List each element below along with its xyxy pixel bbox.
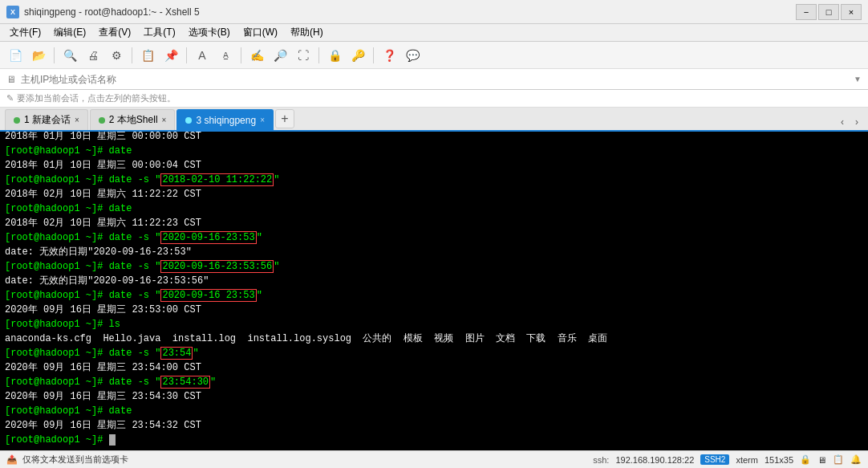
toolbar-sep-5	[318, 47, 319, 63]
status-icon-send: 📤	[6, 454, 18, 465]
terminal-line: date: 无效的日期"2020-09-16-23:53"	[5, 245, 863, 259]
menu-window[interactable]: 窗口(W)	[237, 24, 284, 41]
hint-icon: ✎	[6, 93, 14, 104]
terminal-line: [root@hadoop1 ~]# date -s "2020-09-16 23…	[5, 288, 863, 303]
terminal-line: 2018年 02月 10日 星期六 11:22:23 CST	[5, 216, 863, 230]
menu-tools[interactable]: 工具(T)	[137, 24, 181, 41]
tab-1-label: 1 新建会话	[24, 113, 71, 127]
tab-1[interactable]: 1 新建会话 ×	[5, 109, 88, 130]
terminal-line: 2018年 01月 10日 星期三 00:00:00 CST	[5, 132, 863, 144]
menu-help[interactable]: 帮助(H)	[284, 24, 330, 41]
status-ssh2-badge: SSH2	[700, 454, 729, 465]
menu-edit[interactable]: 编辑(E)	[47, 24, 92, 41]
terminal-line: date: 无效的日期"2020-09-16-23:53:56"	[5, 274, 863, 288]
tab-2[interactable]: 2 本地Shell ×	[90, 109, 176, 130]
terminal-line: [root@hadoop1 ~]# date -s "23:54:30"	[5, 375, 863, 389]
terminal-line: [root@hadoop1 ~]# ls	[5, 317, 863, 332]
status-ip: ssh:	[593, 455, 609, 465]
settings-btn[interactable]: ⚙	[106, 45, 127, 66]
terminal[interactable]: 2018年 01月 10日 星期三 00:00:00 CST[shiqingpe…	[0, 132, 868, 450]
zoom-btn[interactable]: 🔎	[270, 45, 290, 66]
terminal-line: [root@hadoop1 ~]# date -s "2018-02-10 11…	[5, 173, 863, 187]
tab-3-close[interactable]: ×	[260, 116, 265, 124]
tabs-bar: 1 新建会话 × 2 本地Shell × 3 shiqingpeng × + ‹…	[0, 108, 868, 132]
transfer-btn[interactable]: 💬	[402, 45, 423, 66]
tab-2-close[interactable]: ×	[162, 116, 167, 124]
menu-view[interactable]: 查看(V)	[92, 24, 137, 41]
status-bar: 📤 仅将文本发送到当前选项卡 ssh: 192.168.190.128:22 S…	[0, 450, 868, 468]
address-bar: 🖥 ▼	[0, 69, 868, 90]
print-btn[interactable]: 🖨	[83, 45, 103, 66]
terminal-line: 2020年 09月 16日 星期三 23:54:30 CST	[5, 389, 863, 404]
tab-2-label: 2 本地Shell	[109, 113, 158, 127]
key-btn[interactable]: 🔑	[347, 45, 368, 66]
terminal-line: 2018年 02月 10日 星期六 11:22:22 CST	[5, 187, 863, 201]
hint-text: 要添加当前会话，点击左列的箭头按钮。	[17, 92, 176, 104]
window-controls: − □ ×	[796, 4, 862, 20]
fullscreen-btn[interactable]: ⛶	[293, 45, 314, 66]
menu-tabs[interactable]: 选项卡(B)	[182, 24, 237, 41]
terminal-line: 2018年 01月 10日 星期三 00:00:04 CST	[5, 158, 863, 173]
terminal-line: [root@hadoop1 ~]# date -s "2020-09-16-23…	[5, 259, 863, 274]
status-icon-2: 🖥	[817, 455, 826, 465]
terminal-line: [root@hadoop1 ~]# date	[5, 201, 863, 216]
terminal-line: [root@hadoop1 ~]# date	[5, 144, 863, 158]
toolbar: 📄 📂 🔍 🖨 ⚙ 📋 📌 A A̲ ✍ 🔎 ⛶ 🔒 🔑 ❓ 💬	[0, 42, 868, 69]
tab-3[interactable]: 3 shiqingpeng ×	[176, 109, 274, 130]
address-input[interactable]	[21, 74, 849, 85]
terminal-line: [root@hadoop1 ~]# date	[5, 404, 863, 418]
toolbar-sep-1	[54, 47, 55, 63]
copy-btn[interactable]: 📋	[137, 45, 158, 66]
close-button[interactable]: ×	[841, 4, 862, 20]
tabs-nav: ‹ ›	[836, 114, 863, 130]
toolbar-sep-6	[373, 47, 374, 63]
terminal-line: [root@hadoop1 ~]# date -s "23:54"	[5, 346, 863, 360]
menu-file[interactable]: 文件(F)	[3, 24, 47, 41]
tab-1-close[interactable]: ×	[75, 116, 79, 124]
tab-1-dot	[14, 117, 20, 124]
toolbar-sep-4	[241, 47, 241, 63]
minimize-button[interactable]: −	[796, 4, 817, 20]
status-icon-1: 🔒	[800, 454, 811, 465]
address-dropdown[interactable]: ▼	[854, 75, 862, 83]
tab-2-dot	[99, 117, 105, 124]
tabs-nav-left[interactable]: ‹	[836, 114, 849, 130]
terminal-line: anaconda-ks.cfg Hello.java install.log i…	[5, 332, 863, 346]
help-btn[interactable]: ❓	[379, 45, 400, 66]
search-btn[interactable]: 🔍	[59, 45, 80, 66]
terminal-line: 2020年 09月 16日 星期三 23:54:32 CST	[5, 418, 863, 433]
status-res: 151x35	[765, 455, 793, 465]
color-btn[interactable]: A̲	[215, 45, 236, 66]
status-left: 📤 仅将文本发送到当前选项卡	[6, 454, 128, 466]
tabs-nav-right[interactable]: ›	[850, 114, 863, 130]
tab-3-dot	[185, 117, 192, 124]
title-bar: X shiqingpeng - root@hadoop1:~ - Xshell …	[0, 0, 868, 24]
address-icon: 🖥	[6, 74, 16, 85]
terminal-line: [root@hadoop1 ~]# date -s "2020-09-16-23…	[5, 230, 863, 245]
compose-btn[interactable]: ✍	[246, 45, 267, 66]
status-icon-3: 📋	[833, 454, 844, 465]
status-xterm: xterm	[736, 455, 758, 465]
terminal-line: [root@hadoop1 ~]#	[5, 433, 863, 447]
font-btn[interactable]: A	[192, 45, 213, 66]
menu-bar: 文件(F) 编辑(E) 查看(V) 工具(T) 选项卡(B) 窗口(W) 帮助(…	[0, 24, 868, 42]
status-icon-4: 🔔	[850, 454, 862, 465]
tab-3-label: 3 shiqingpeng	[196, 115, 256, 126]
app-icon: X	[6, 6, 19, 18]
status-text: 仅将文本发送到当前选项卡	[22, 454, 128, 466]
toolbar-sep-3	[186, 47, 187, 63]
terminal-line: 2020年 09月 16日 星期三 23:54:00 CST	[5, 360, 863, 375]
toolbar-sep-2	[132, 47, 132, 63]
status-right: ssh: 192.168.190.128:22 SSH2 xterm 151x3…	[593, 454, 862, 465]
maximize-button[interactable]: □	[818, 4, 839, 20]
lock-btn[interactable]: 🔒	[324, 45, 345, 66]
window-title: shiqingpeng - root@hadoop1:~ - Xshell 5	[24, 6, 200, 18]
new-tab-button[interactable]: +	[275, 109, 294, 128]
paste-btn[interactable]: 📌	[160, 45, 181, 66]
open-btn[interactable]: 📂	[28, 45, 49, 66]
new-session-btn[interactable]: 📄	[5, 45, 26, 66]
status-ip-addr: 192.168.190.128:22	[615, 455, 694, 465]
hint-bar: ✎ 要添加当前会话，点击左列的箭头按钮。	[0, 90, 868, 108]
terminal-line: 2020年 09月 16日 星期三 23:53:00 CST	[5, 303, 863, 317]
